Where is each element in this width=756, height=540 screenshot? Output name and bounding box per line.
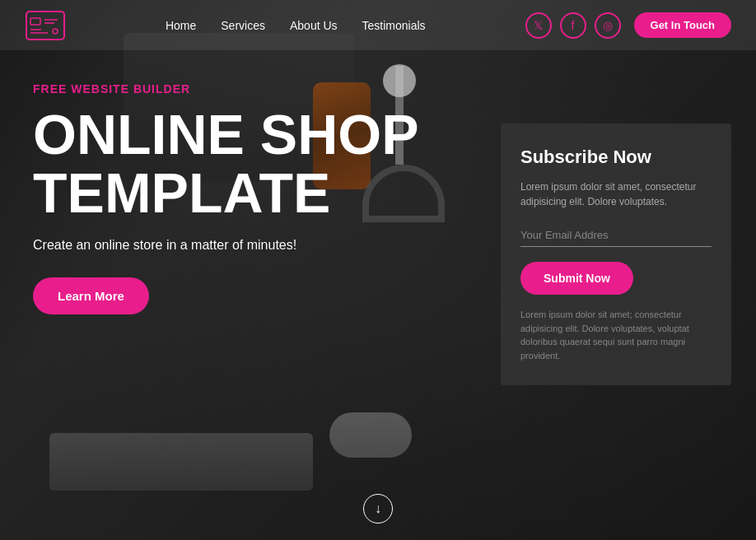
svg-rect-0 bbox=[26, 12, 64, 40]
subscribe-title: Subscribe Now bbox=[520, 147, 712, 168]
email-input[interactable] bbox=[520, 224, 712, 247]
logo-icon bbox=[25, 10, 66, 41]
twitter-icon[interactable]: 𝕏 bbox=[525, 12, 552, 39]
hero-title: ONLINE SHOP TEMPLATE bbox=[33, 105, 419, 223]
hero-title-line2: TEMPLATE bbox=[33, 161, 330, 224]
hero-subtitle: FREE WEBSITE BUILDER bbox=[33, 82, 419, 95]
nav-link-home[interactable]: Home bbox=[166, 19, 196, 32]
navbar: Home Services About Us Testimonials 𝕏 f … bbox=[0, 0, 756, 50]
subscribe-footer-text: Lorem ipsum dolor sit amet; consectetur … bbox=[520, 308, 712, 362]
svg-point-6 bbox=[53, 29, 58, 34]
learn-more-button[interactable]: Learn More bbox=[33, 277, 149, 314]
hero-section: Home Services About Us Testimonials 𝕏 f … bbox=[0, 0, 756, 540]
nav-link-about[interactable]: About Us bbox=[290, 19, 338, 32]
subscribe-card: Subscribe Now Lorem ipsum dolor sit amet… bbox=[501, 123, 731, 385]
get-in-touch-button[interactable]: Get In Touch bbox=[634, 12, 731, 38]
submit-button[interactable]: Submit Now bbox=[520, 262, 633, 295]
logo[interactable] bbox=[25, 10, 66, 41]
hero-description: Create an online store in a matter of mi… bbox=[33, 238, 419, 253]
arrow-down-icon: ↓ bbox=[375, 501, 381, 516]
subscribe-description: Lorem ipsum dolor sit amet, consectetur … bbox=[520, 179, 712, 209]
instagram-icon[interactable]: ◎ bbox=[595, 12, 621, 39]
nav-link-services[interactable]: Services bbox=[221, 19, 265, 32]
scroll-down-button[interactable]: ↓ bbox=[363, 494, 393, 524]
keyboard-shape bbox=[49, 433, 313, 491]
svg-rect-1 bbox=[30, 18, 40, 25]
nav-links: Home Services About Us Testimonials bbox=[166, 19, 426, 32]
hero-title-line1: ONLINE SHOP bbox=[33, 103, 419, 165]
hero-content: FREE WEBSITE BUILDER ONLINE SHOP TEMPLAT… bbox=[33, 82, 419, 314]
nav-link-testimonials[interactable]: Testimonials bbox=[362, 19, 426, 32]
facebook-icon[interactable]: f bbox=[560, 12, 586, 39]
nav-right: 𝕏 f ◎ Get In Touch bbox=[525, 12, 731, 39]
